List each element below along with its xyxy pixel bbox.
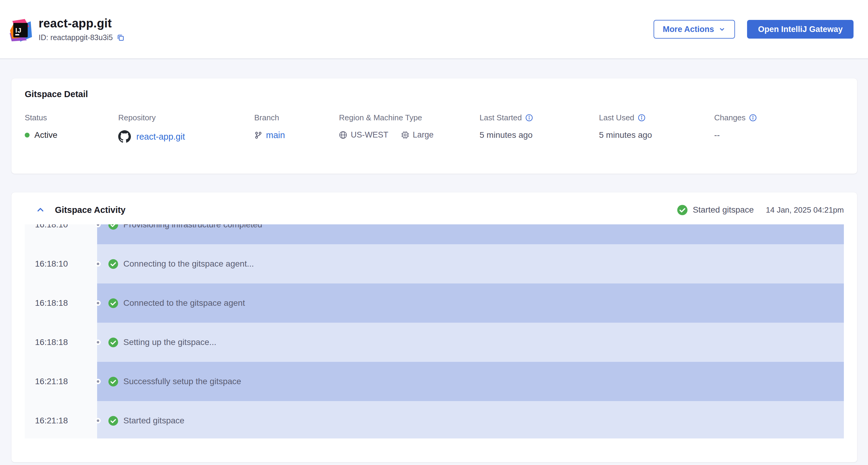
check-circle-icon bbox=[108, 259, 119, 269]
copy-icon[interactable] bbox=[116, 33, 125, 42]
activity-row-time: 16:21:18 bbox=[35, 377, 68, 386]
field-branch: Branch main bbox=[254, 113, 339, 143]
page-title: react-app.git bbox=[39, 17, 125, 30]
changes-value: -- bbox=[714, 130, 844, 140]
last-used-value: 5 minutes ago bbox=[599, 130, 714, 140]
activity-row-message: Successfully setup the gitspace bbox=[123, 377, 241, 386]
activity-row-message-cell: Successfully setup the gitspace bbox=[97, 362, 844, 401]
gitspace-activity-card: Gitspace Activity Started gitspace 14 Ja… bbox=[11, 192, 857, 462]
field-last-used: Last Used 5 minutes ago bbox=[599, 113, 714, 143]
activity-row-message: Provisioning infrastructure completed bbox=[123, 224, 262, 229]
region-group: US-WEST bbox=[339, 130, 389, 140]
chevron-up-icon bbox=[36, 205, 45, 215]
changes-label: Changes bbox=[714, 113, 746, 122]
field-last-started: Last Started 5 minutes ago bbox=[479, 113, 599, 143]
more-actions-button[interactable]: More Actions bbox=[654, 20, 735, 39]
activity-row-message: Connected to the gitspace agent bbox=[123, 298, 245, 308]
collapse-activity-button[interactable] bbox=[34, 204, 46, 216]
last-used-label: Last Used bbox=[599, 113, 634, 122]
activity-timestamp: 14 Jan, 2025 04:21pm bbox=[766, 205, 844, 215]
timeline-dot-icon bbox=[95, 300, 101, 306]
github-icon bbox=[118, 130, 131, 143]
activity-log-list[interactable]: 16:18:10 Provisioning infrastructure com… bbox=[25, 224, 844, 438]
last-started-label: Last Started bbox=[479, 113, 522, 122]
activity-row-time: 16:18:10 bbox=[35, 224, 68, 229]
page-header: IJ react-app.git ID: reactappgit-83u3i5 … bbox=[0, 0, 868, 59]
activity-header: Gitspace Activity Started gitspace 14 Ja… bbox=[11, 192, 857, 224]
info-icon[interactable] bbox=[525, 114, 533, 122]
field-changes: Changes -- bbox=[714, 113, 844, 143]
detail-fields: Status Active Repository react-app.git bbox=[25, 113, 844, 143]
activity-row-message-cell: Started gitspace bbox=[97, 401, 844, 438]
status-text: Active bbox=[34, 130, 57, 140]
chip-icon bbox=[401, 131, 409, 139]
check-circle-icon bbox=[108, 224, 119, 230]
status-label: Status bbox=[25, 113, 118, 122]
activity-status-badge: Started gitspace bbox=[677, 205, 754, 216]
gitspace-detail-card: Gitspace Detail Status Active Repository bbox=[11, 79, 857, 174]
chevron-down-icon bbox=[718, 25, 726, 33]
activity-log-row: 16:18:10 Connecting to the gitspace agen… bbox=[25, 244, 844, 283]
activity-row-time-cell: 16:18:10 bbox=[25, 244, 97, 283]
field-repository: Repository react-app.git bbox=[118, 113, 254, 143]
region-machine-label: Region & Machine Type bbox=[339, 113, 479, 122]
activity-row-message-cell: Connected to the gitspace agent bbox=[97, 283, 844, 323]
activity-row-time-cell: 16:18:18 bbox=[25, 323, 97, 362]
field-region-machine: Region & Machine Type US-WEST bbox=[339, 113, 479, 143]
activity-row-message: Setting up the gitspace... bbox=[123, 337, 216, 347]
git-branch-icon bbox=[254, 131, 262, 139]
machine-group: Large bbox=[401, 130, 434, 140]
main-content: Gitspace Detail Status Active Repository bbox=[0, 59, 868, 462]
activity-row-time-cell: 16:21:18 bbox=[25, 401, 97, 438]
status-value: Active bbox=[25, 130, 118, 140]
activity-log-row: 16:18:18 Setting up the gitspace... bbox=[25, 323, 844, 362]
activity-row-time: 16:18:10 bbox=[35, 259, 68, 269]
check-circle-icon bbox=[108, 376, 119, 387]
field-status: Status Active bbox=[25, 113, 118, 143]
check-circle-icon bbox=[108, 415, 119, 426]
activity-row-message-cell: Provisioning infrastructure completed bbox=[97, 224, 844, 244]
check-circle-icon bbox=[677, 205, 688, 216]
branch-value: main bbox=[254, 130, 339, 140]
gitspace-id: ID: reactappgit-83u3i5 bbox=[39, 33, 113, 42]
repository-label: Repository bbox=[118, 113, 254, 122]
region-machine-value: US-WEST Large bbox=[339, 130, 479, 140]
branch-link[interactable]: main bbox=[266, 130, 285, 140]
info-icon[interactable] bbox=[638, 114, 645, 122]
activity-row-message: Started gitspace bbox=[123, 416, 184, 426]
activity-log-row: 16:18:10 Provisioning infrastructure com… bbox=[25, 224, 844, 244]
region-text: US-WEST bbox=[351, 130, 389, 140]
activity-row-message-cell: Connecting to the gitspace agent... bbox=[97, 244, 844, 283]
activity-row-time-cell: 16:18:10 bbox=[25, 224, 97, 244]
svg-text:IJ: IJ bbox=[16, 26, 22, 34]
detail-card-heading: Gitspace Detail bbox=[25, 89, 844, 99]
machine-text: Large bbox=[413, 130, 434, 140]
intellij-idea-logo-icon: IJ bbox=[9, 19, 32, 42]
globe-icon bbox=[339, 131, 347, 139]
timeline-dot-icon bbox=[95, 379, 101, 384]
repository-link[interactable]: react-app.git bbox=[136, 132, 185, 142]
branch-label: Branch bbox=[254, 113, 339, 122]
activity-row-message-cell: Setting up the gitspace... bbox=[97, 323, 844, 362]
activity-status-text: Started gitspace bbox=[693, 205, 754, 215]
timeline-dot-icon bbox=[95, 261, 101, 267]
last-started-value: 5 minutes ago bbox=[479, 130, 599, 140]
activity-row-time: 16:18:18 bbox=[35, 337, 68, 347]
activity-log-row: 16:21:18 Successfully setup the gitspace bbox=[25, 362, 844, 401]
activity-log-rows: 16:18:10 Provisioning infrastructure com… bbox=[25, 224, 844, 438]
activity-row-message: Connecting to the gitspace agent... bbox=[123, 259, 254, 269]
activity-title: Gitspace Activity bbox=[55, 205, 125, 215]
activity-row-time-cell: 16:21:18 bbox=[25, 362, 97, 401]
status-dot-icon bbox=[25, 133, 30, 137]
open-intellij-gateway-button[interactable]: Open IntelliJ Gateway bbox=[747, 20, 854, 39]
check-circle-icon bbox=[108, 337, 119, 348]
activity-log-row: 16:21:18 Started gitspace bbox=[25, 401, 844, 438]
timeline-dot-icon bbox=[95, 340, 101, 345]
repository-value: react-app.git bbox=[118, 130, 254, 143]
check-circle-icon bbox=[108, 298, 119, 309]
info-icon[interactable] bbox=[749, 114, 757, 122]
activity-log-row: 16:18:18 Connected to the gitspace agent bbox=[25, 283, 844, 323]
activity-row-time-cell: 16:18:18 bbox=[25, 283, 97, 323]
activity-row-time: 16:18:18 bbox=[35, 298, 68, 308]
more-actions-label: More Actions bbox=[662, 25, 714, 34]
